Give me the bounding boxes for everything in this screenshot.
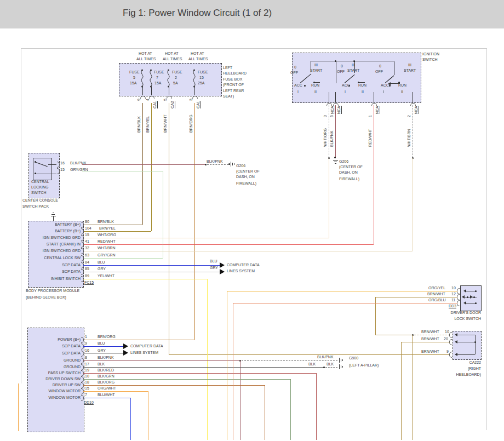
wire-gry-grn: [163, 171, 163, 258]
pin-number: 3: [189, 99, 193, 101]
wire-blk-grn: [83, 379, 290, 380]
pin-function: BATTERY (B+): [30, 222, 81, 227]
wire-name: BLK/PNK: [98, 356, 114, 360]
wire-brn-wht: [169, 103, 169, 354]
wire-blk-pnk: [82, 164, 205, 165]
wire-name: ORG/YEL: [428, 286, 445, 290]
wire-org-yel: [227, 291, 227, 440]
wire-name: ORG/BLU: [428, 298, 446, 302]
ground-icon: [335, 163, 336, 164]
internal-link: [456, 342, 475, 342]
switch-lead: [335, 92, 336, 102]
wire-name: BRN/WHT: [421, 330, 439, 334]
computer-data-label: LINES SYSTEM: [130, 351, 158, 355]
pin-number: 17: [85, 362, 89, 366]
pos-ii: II: [401, 90, 403, 94]
pin-number: 41: [85, 239, 89, 244]
connector-arc: [449, 352, 452, 358]
connector-name: DD3: [449, 304, 456, 308]
ground-icon: [51, 214, 55, 215]
wire-name: BRN/YEL: [146, 106, 150, 133]
ground-icon: [333, 160, 338, 161]
computer-data-label: COMPUTER DATA: [130, 344, 163, 348]
ground-name: G206: [236, 164, 245, 168]
wire-name: BRN/BLK: [137, 106, 141, 133]
wire-blk-pnk-dashed: [242, 360, 337, 361]
wire-name: BLU: [210, 259, 217, 264]
wire-brn-wht: [413, 335, 413, 440]
wire-name: BLK/PNK: [207, 159, 223, 164]
hot-label: ALL TIMES: [136, 57, 156, 61]
connector-name: NCA: [337, 105, 341, 114]
connector-name: NCA: [375, 105, 380, 114]
central-lock-name: LOCKING: [31, 185, 49, 190]
pin-number: 10: [445, 330, 449, 334]
wire-name: WHT/ORG: [98, 233, 116, 237]
hot-label: ALL TIMES: [163, 57, 182, 61]
pin-function: GROUND: [28, 365, 81, 369]
wire-yel-wht: [83, 279, 207, 279]
hot-label: ALL TIMES: [188, 57, 208, 61]
wire-brn-blk: [142, 103, 143, 225]
ground-name: G206: [339, 159, 348, 164]
computer-data-label: COMPUTER DATA: [227, 263, 260, 267]
ground-icon: [231, 162, 231, 167]
pin-number: 9: [137, 99, 141, 101]
wire-wht-brn: [83, 251, 413, 251]
pin-number: 12: [451, 292, 456, 296]
pin-number: 84: [85, 260, 89, 265]
switch-lead: [329, 92, 329, 102]
wire-name: BLK: [98, 362, 105, 366]
wire-brn-blk: [83, 225, 142, 225]
ground-icon: [234, 163, 234, 165]
internal-link: [456, 335, 475, 335]
hot-label: HOT AT: [191, 51, 204, 56]
wiring-diagram-page: Fig 1: Power Window Circuit (1 of 2) HOT…: [0, 0, 504, 441]
wire-blu-wht: [130, 398, 131, 440]
wire-name: BRN/BLK: [98, 220, 114, 224]
data-arrow-icon: [220, 269, 225, 274]
switch-lead: [413, 92, 413, 102]
pin-number: 104: [85, 226, 91, 231]
wire-blk-grn: [290, 379, 291, 440]
arrow-left-icon: [455, 340, 457, 343]
ground-location: FIREWALL): [236, 181, 256, 186]
ground-location: DASH, ON: [339, 170, 358, 175]
wire-name: BRN/WHT: [421, 337, 439, 341]
contact-dot: [475, 290, 477, 292]
pin-number: 32: [85, 246, 89, 250]
connector-name: CA1: [153, 100, 157, 108]
frame-right: [486, 48, 487, 430]
ground-icon: [341, 359, 341, 362]
fuse-lead: [194, 87, 195, 95]
wire-wht-org: [83, 238, 329, 238]
pin-number: 1: [85, 335, 87, 339]
wire-edge: [18, 383, 19, 431]
wire-org-wht: [83, 391, 148, 392]
fusebox-location: (FRONT OF: [223, 83, 244, 87]
pos-run: RUN: [398, 83, 406, 88]
pin-number: 20: [444, 337, 448, 341]
wire-blk-red: [316, 373, 317, 440]
internal-link: [456, 354, 475, 355]
wire-name: GRY: [98, 348, 106, 353]
wire-blk-red: [83, 373, 316, 374]
switch-lead: [374, 92, 374, 102]
switch-caption: LOCK SWITCH: [437, 317, 481, 321]
pin-number: 3: [323, 115, 328, 117]
wire-brn-wht: [169, 354, 450, 355]
wire-org-wht: [148, 391, 148, 440]
wire-brn-wht-dashed: [414, 335, 450, 335]
connector-name: DD10: [84, 400, 94, 405]
ground-name: G900: [349, 356, 358, 360]
pin-number: 11: [451, 298, 455, 302]
fuse-lead: [151, 87, 152, 95]
pos-0: 0: [379, 64, 381, 68]
switch-caption: DRIVER'S DOOR: [437, 311, 481, 315]
fuse-label: FUSE: [172, 70, 182, 75]
pin-function: DRIVER DOWN SW: [28, 377, 81, 381]
pin-function: INHIBIT SWITCH: [30, 277, 81, 281]
arrow-left-icon: [462, 295, 465, 299]
pin-function: SCP DATA: [30, 270, 81, 274]
wire-name: GRY: [210, 266, 218, 270]
